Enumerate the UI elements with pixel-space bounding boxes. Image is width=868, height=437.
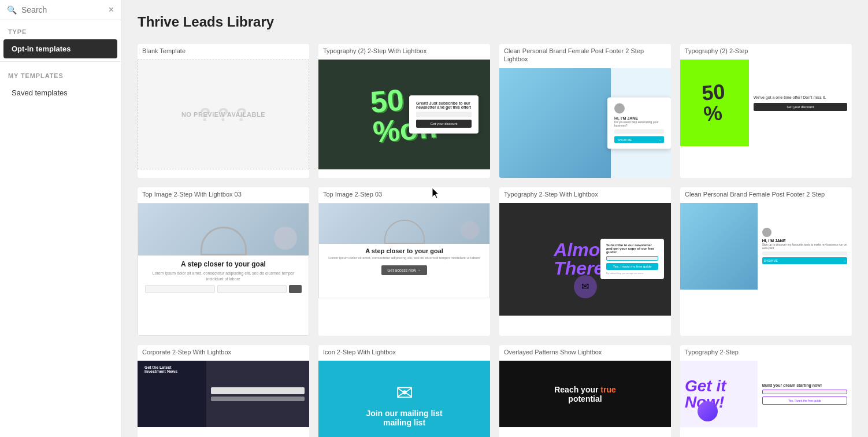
typos-title: Build your dream starting now! <box>762 383 847 387</box>
cpb2-thumb: HI, I'M JANE Sign up to discover my favo… <box>680 203 852 290</box>
topimg2-title: A step closer to your goal <box>328 247 480 254</box>
template-name-typo-dark: Typography 2-Step With Lightbox <box>499 187 671 203</box>
cpb-img-area <box>499 68 611 178</box>
envelope-icon: ✉ <box>396 381 413 405</box>
topimg2-thumb: A step closer to your goal Lorem ipsum d… <box>318 203 490 298</box>
topimg2-btn: Get access now → <box>381 265 427 275</box>
typos-right: Build your dream starting now! Yes, I wa… <box>758 361 852 427</box>
almost-thumb: AlmostThere! ✉ Subscribe to our newslett… <box>499 203 671 316</box>
cpb2-img <box>680 203 758 290</box>
typo2-50pct: 50% <box>701 82 728 125</box>
icon2-subtitle: mailing list <box>383 418 425 427</box>
topimg-circle <box>274 227 297 250</box>
page-title: Thrive Leads Library <box>138 14 852 30</box>
sidebar: 🔍 × TYPE Opt-in templates MY TEMPLATES S… <box>0 0 121 437</box>
template-card-typo2-lightbox[interactable]: Typography (2) 2-Step With Lightbox 50%o… <box>318 44 490 178</box>
overlay-line1: Reach your true <box>554 385 616 394</box>
cpb2-sub: Sign up to discover my favourite tools t… <box>762 243 847 250</box>
overlay-highlight: true <box>600 385 615 394</box>
sidebar-divider <box>0 61 121 62</box>
corp-overlay-text: Get the LatestInvestment News <box>144 365 177 373</box>
typos-input <box>762 390 847 394</box>
topimg-title: A step closer to your goal <box>145 260 302 268</box>
cpb-hi: HI, I'M JANE <box>614 116 664 120</box>
overlay-line2: potential <box>554 394 616 403</box>
template-card-typo-dark[interactable]: Typography 2-Step With Lightbox AlmostTh… <box>499 187 671 336</box>
typo-popup: Great! Just subscribe to our newsletter … <box>409 95 478 134</box>
template-card-topimg-lightbox[interactable]: Top Image 2-Step With Lightbox 03 A step… <box>138 187 309 336</box>
topimg-name-input <box>145 285 215 293</box>
typo2-left: 50% <box>680 60 749 146</box>
topimg-email-input <box>217 285 287 293</box>
cpb-btn: SHOW ME › <box>614 136 664 143</box>
search-icon: 🔍 <box>7 5 17 14</box>
topimg-submit-btn <box>289 285 302 293</box>
typos-get: Get itNow! <box>685 378 753 410</box>
ap-title: Subscribe to our newsletter and get your… <box>606 243 658 254</box>
blank-thumb: ? ? ? NO PREVIEW AVAILABLE <box>138 60 309 169</box>
cpb-input <box>614 129 664 134</box>
ap-note: By subscribing you accept our terms <box>606 272 658 275</box>
template-name-overlay: Overlayed Patterns Show Lightbox <box>499 345 671 361</box>
cpb-avatar <box>614 103 625 113</box>
typo-simple-thumb: Get itNow! Build your dream starting now… <box>680 361 852 427</box>
main-content: Thrive Leads Library Blank Template ? ? … <box>121 0 868 437</box>
typos-planet <box>698 401 718 421</box>
type-section-label: TYPE <box>0 20 121 39</box>
cpb-overlay: HI, I'M JANE Do you need help automating… <box>607 97 671 149</box>
icon2-title: Join our mailing list <box>366 409 442 418</box>
topimg2-sub: Lorem ipsum dolor sit amet, consectetur … <box>328 256 480 261</box>
template-name-cpb: Clean Personal Brand Female Post Footer … <box>499 44 671 68</box>
close-icon[interactable]: × <box>109 5 114 15</box>
sidebar-item-optin[interactable]: Opt-in templates <box>3 39 117 58</box>
overlay-thumb: Reach your true potential <box>499 361 671 427</box>
topimg-body: A step closer to your goal Lorem ipsum d… <box>138 255 309 298</box>
template-name-topimg2: Top Image 2-Step 03 <box>318 187 490 203</box>
template-name-corp: Corporate 2-Step With Lightbox <box>138 345 309 361</box>
tp-title: Great! Just subscribe to our newsletter … <box>416 101 472 109</box>
template-name-blank: Blank Template <box>138 44 309 60</box>
template-card-overlay[interactable]: Overlayed Patterns Show Lightbox Reach y… <box>499 345 671 437</box>
topimg-img <box>138 203 309 255</box>
search-input[interactable] <box>21 5 104 14</box>
tp-btn: Get your discount <box>416 120 472 128</box>
my-templates-label: MY TEMPLATES <box>0 64 121 83</box>
no-preview-text: NO PREVIEW AVAILABLE <box>181 111 265 118</box>
search-bar[interactable]: 🔍 × <box>0 0 121 20</box>
typos-left: Get itNow! <box>680 373 758 415</box>
cpb-sub: Do you need help automating your busines… <box>614 120 664 127</box>
corp-thumb: Get the LatestInvestment News <box>138 361 309 427</box>
template-card-cpb2[interactable]: Clean Personal Brand Female Post Footer … <box>680 187 852 336</box>
overlay-content: Reach your true potential <box>554 385 616 403</box>
topimg-sub: Lorem ipsum dolor sit amet, consectetur … <box>145 271 302 282</box>
template-grid: Blank Template ? ? ? NO PREVIEW AVAILABL… <box>138 44 852 437</box>
topimg-arch <box>201 227 247 255</box>
template-name-typo2-lightbox: Typography (2) 2-Step With Lightbox <box>318 44 490 60</box>
template-card-icon2[interactable]: Icon 2-Step With Lightbox ✉ Join our mai… <box>318 345 490 437</box>
template-name-typo2-2step: Typography (2) 2-Step <box>680 44 852 60</box>
template-card-blank[interactable]: Blank Template ? ? ? NO PREVIEW AVAILABL… <box>138 44 309 178</box>
icon2-thumb: ✉ Join our mailing list mailing list <box>318 361 490 437</box>
typo2-thumb: 50% We've got a one-time offer! Don't mi… <box>680 60 852 146</box>
ap-input <box>606 256 658 261</box>
template-name-cpb2: Clean Personal Brand Female Post Footer … <box>680 187 852 203</box>
typo-thumb-1: 50%off Great! Just subscribe to our news… <box>318 60 490 169</box>
template-card-topimg2[interactable]: Top Image 2-Step 03 A step closer to you… <box>318 187 490 336</box>
cpb-thumb: HI, I'M JANE Do you need help automating… <box>499 68 671 178</box>
template-name-icon2: Icon 2-Step With Lightbox <box>318 345 490 361</box>
tp-input <box>416 112 472 117</box>
template-card-typo2-2step[interactable]: Typography (2) 2-Step 50% We've got a on… <box>680 44 852 178</box>
template-name-topimg-lightbox: Top Image 2-Step With Lightbox 03 <box>138 187 309 203</box>
template-card-typo-simple[interactable]: Typography 2-Step Get itNow! Build your … <box>680 345 852 437</box>
sidebar-item-saved-templates[interactable]: Saved templates <box>3 83 117 102</box>
cpb2-avatar <box>762 228 771 237</box>
topimg-thumb: A step closer to your goal Lorem ipsum d… <box>138 203 309 336</box>
corp-right-panel <box>206 361 309 427</box>
template-name-typo-simple: Typography 2-Step <box>680 345 852 361</box>
typos-btn: Yes, I want the free guide <box>762 397 847 405</box>
topimg-inputs <box>145 285 302 293</box>
cpb2-btn: SHOW ME › <box>762 257 847 264</box>
template-card-corp[interactable]: Corporate 2-Step With Lightbox Get the L… <box>138 345 309 437</box>
almost-popup: Subscribe to our newsletter and get your… <box>600 239 664 279</box>
template-card-cpb[interactable]: Clean Personal Brand Female Post Footer … <box>499 44 671 178</box>
